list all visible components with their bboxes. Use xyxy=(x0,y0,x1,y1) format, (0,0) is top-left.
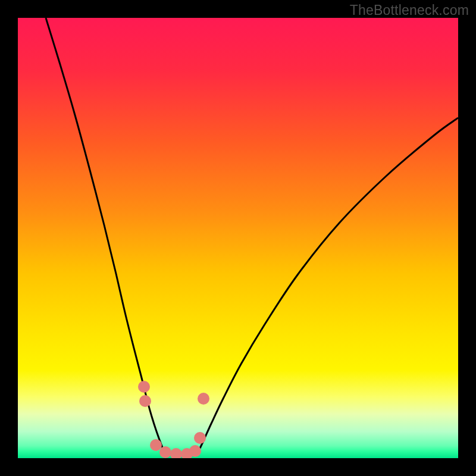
data-marker xyxy=(170,448,182,458)
data-marker xyxy=(150,439,162,451)
data-markers xyxy=(138,381,209,458)
data-marker xyxy=(189,445,201,457)
data-marker xyxy=(138,381,150,393)
chart-frame xyxy=(18,18,458,458)
bottleneck-curve-right xyxy=(196,118,458,456)
chart-plot xyxy=(18,18,458,458)
data-marker xyxy=(159,446,171,458)
watermark-text: TheBottleneck.com xyxy=(350,2,469,18)
data-marker xyxy=(198,393,209,405)
data-marker xyxy=(194,432,206,444)
data-marker xyxy=(139,395,151,407)
